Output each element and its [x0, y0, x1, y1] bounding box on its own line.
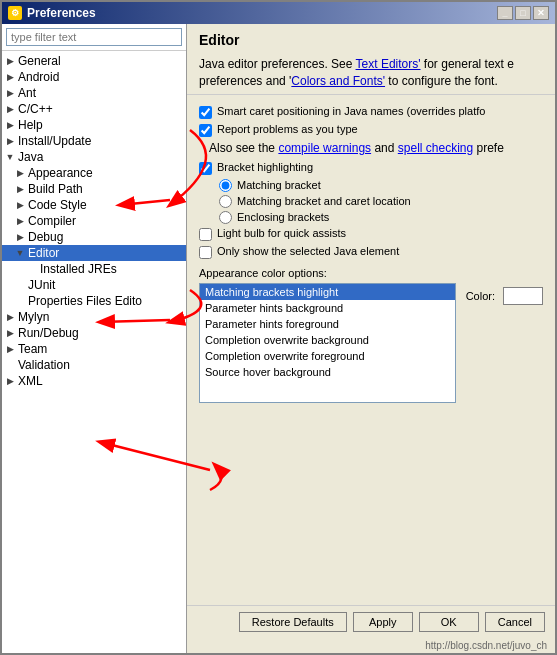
sidebar-item-help[interactable]: Help: [2, 117, 186, 133]
only-show-label: Only show the selected Java element: [217, 245, 399, 257]
radio-enclosing-input[interactable]: [219, 211, 232, 224]
sidebar-label-codestyle: Code Style: [28, 198, 87, 212]
color-item-matching-brackets[interactable]: Matching brackets highlight: [200, 284, 455, 300]
sidebar-item-team[interactable]: Team: [2, 341, 186, 357]
sidebar-label-install: Install/Update: [18, 134, 91, 148]
sidebar-item-android[interactable]: Android: [2, 69, 186, 85]
smart-caret-checkbox[interactable]: [199, 106, 212, 119]
sidebar-item-java[interactable]: Java: [2, 149, 186, 165]
sidebar-item-buildpath[interactable]: Build Path: [2, 181, 186, 197]
radio-matching-bracket-input[interactable]: [219, 179, 232, 192]
report-problems-label: Report problems as you type: [217, 123, 358, 135]
sidebar-label-editor: Editor: [28, 246, 59, 260]
sidebar-item-cpp[interactable]: C/C++: [2, 101, 186, 117]
arrow-general: [4, 55, 16, 67]
light-bulb-row: Light bulb for quick assists: [199, 227, 543, 241]
arrow-install: [4, 135, 16, 147]
also-see-end: prefe: [473, 141, 504, 155]
color-options-row: Matching brackets highlight Parameter hi…: [199, 283, 543, 407]
sidebar-item-rundebug[interactable]: Run/Debug: [2, 325, 186, 341]
color-item-source-hover[interactable]: Source hover background: [200, 364, 455, 380]
sidebar-label-properties: Properties Files Edito: [28, 294, 142, 308]
color-picker-row: Color:: [466, 287, 543, 305]
color-swatch[interactable]: [503, 287, 543, 305]
arrow-ant: [4, 87, 16, 99]
arrow-android: [4, 71, 16, 83]
sidebar-item-installed-jres[interactable]: Installed JREs: [2, 261, 186, 277]
filter-input[interactable]: [6, 28, 182, 46]
only-show-checkbox[interactable]: [199, 246, 212, 259]
apply-button[interactable]: Apply: [353, 612, 413, 632]
color-item-completion-fg[interactable]: Completion overwrite foreground: [200, 348, 455, 364]
light-bulb-label: Light bulb for quick assists: [217, 227, 346, 239]
sidebar-label-rundebug: Run/Debug: [18, 326, 79, 340]
report-problems-row: Report problems as you type: [199, 123, 543, 137]
color-item-param-hints-fg[interactable]: Parameter hints foreground: [200, 316, 455, 332]
arrow-debug: [14, 231, 26, 243]
sidebar-item-codestyle[interactable]: Code Style: [2, 197, 186, 213]
bracket-highlighting-checkbox[interactable]: [199, 162, 212, 175]
maximize-button[interactable]: □: [515, 6, 531, 20]
sidebar-item-mylyn[interactable]: Mylyn: [2, 309, 186, 325]
bracket-highlighting-label: Bracket highlighting: [217, 161, 313, 173]
sidebar-item-editor[interactable]: Editor: [2, 245, 186, 261]
sidebar-item-junit[interactable]: JUnit: [2, 277, 186, 293]
sidebar-item-xml[interactable]: XML: [2, 373, 186, 389]
sidebar-item-debug[interactable]: Debug: [2, 229, 186, 245]
radio-enclosing-label: Enclosing brackets: [237, 211, 329, 223]
also-see-prefix: Also see the: [209, 141, 278, 155]
cancel-button[interactable]: Cancel: [485, 612, 545, 632]
sidebar-item-compiler[interactable]: Compiler: [2, 213, 186, 229]
radio-matching-caret-input[interactable]: [219, 195, 232, 208]
appearance-section: Appearance color options: Matching brack…: [199, 267, 543, 407]
editor-description: Java editor preferences. See Text Editor…: [187, 52, 555, 95]
ok-button[interactable]: OK: [419, 612, 479, 632]
sidebar-label-compiler: Compiler: [28, 214, 76, 228]
report-problems-checkbox[interactable]: [199, 124, 212, 137]
title-bar-buttons: _ □ ✕: [497, 6, 549, 20]
color-item-param-hints-bg[interactable]: Parameter hints background: [200, 300, 455, 316]
sidebar-item-general[interactable]: General: [2, 53, 186, 69]
restore-defaults-button[interactable]: Restore Defaults: [239, 612, 347, 632]
left-panel: General Android Ant C/C++: [2, 24, 187, 653]
arrow-java: [4, 151, 16, 163]
watermark: http://blog.csdn.net/juvo_ch: [187, 638, 555, 653]
also-see-mid: and: [371, 141, 398, 155]
sidebar-item-properties[interactable]: Properties Files Edito: [2, 293, 186, 309]
sidebar-item-ant[interactable]: Ant: [2, 85, 186, 101]
radio-matching-caret: Matching bracket and caret location: [219, 195, 543, 208]
sidebar-label-debug: Debug: [28, 230, 63, 244]
colors-fonts-link[interactable]: Colors and Fonts': [291, 74, 385, 88]
arrow-buildpath: [14, 183, 26, 195]
color-label: Color:: [466, 290, 495, 302]
sidebar-label-java: Java: [18, 150, 43, 164]
tree: General Android Ant C/C++: [2, 51, 186, 653]
text-editors-link[interactable]: Text Editors': [356, 57, 421, 71]
desc-prefix: Java editor preferences. See: [199, 57, 356, 71]
only-show-row: Only show the selected Java element: [199, 245, 543, 259]
window-title: Preferences: [27, 6, 497, 20]
arrow-compiler: [14, 215, 26, 227]
appearance-label: Appearance color options:: [199, 267, 543, 279]
color-item-completion-bg[interactable]: Completion overwrite background: [200, 332, 455, 348]
also-see-row: Also see the compile warnings and spell …: [209, 141, 543, 155]
compile-warnings-link[interactable]: compile warnings: [278, 141, 371, 155]
dialog-buttons: Restore Defaults Apply OK Cancel: [187, 605, 555, 638]
desc-end: to configure the font.: [385, 74, 498, 88]
arrow-appearance: [14, 167, 26, 179]
minimize-button[interactable]: _: [497, 6, 513, 20]
bracket-radio-group: Matching bracket Matching bracket and ca…: [219, 179, 543, 224]
sidebar-label-junit: JUnit: [28, 278, 55, 292]
close-button[interactable]: ✕: [533, 6, 549, 20]
sidebar-label-general: General: [18, 54, 61, 68]
arrow-xml: [4, 375, 16, 387]
bracket-highlighting-row: Bracket highlighting: [199, 161, 543, 175]
sidebar-item-appearance[interactable]: Appearance: [2, 165, 186, 181]
light-bulb-checkbox[interactable]: [199, 228, 212, 241]
arrow-rundebug: [4, 327, 16, 339]
sidebar-item-validation[interactable]: Validation: [2, 357, 186, 373]
spell-checking-link[interactable]: spell checking: [398, 141, 473, 155]
radio-matching-bracket-label: Matching bracket: [237, 179, 321, 191]
sidebar-item-install[interactable]: Install/Update: [2, 133, 186, 149]
sidebar-label-validation: Validation: [18, 358, 70, 372]
